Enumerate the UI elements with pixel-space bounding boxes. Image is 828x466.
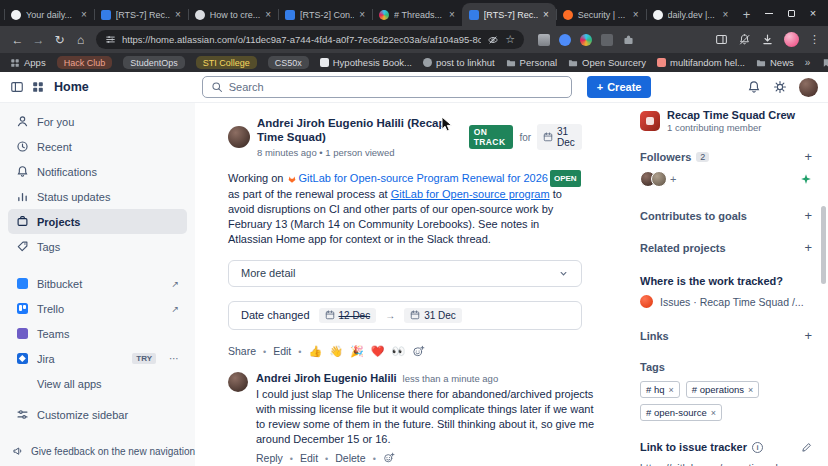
issue-tracker-url[interactable]: https://gitlab.com/recaptime-dev/squad/m… (640, 461, 780, 466)
downloads-icon[interactable] (761, 33, 774, 46)
work-tracked-link[interactable]: Issues · Recap Time Squad /... (640, 295, 812, 308)
feedback-link[interactable]: Give feedback on the new navigation (12, 445, 195, 457)
notifications-bell-icon[interactable] (747, 80, 761, 94)
browser-tab[interactable]: Your daily...× (4, 3, 94, 26)
reaction-heart[interactable]: ❤️ (371, 345, 385, 358)
delete-comment-button[interactable]: Delete (335, 452, 365, 464)
add-reaction-icon[interactable] (412, 345, 425, 358)
sidebar-item-tags[interactable]: Tags (8, 234, 187, 259)
team-row[interactable]: Recap Time Squad Crew 1 contributing mem… (640, 109, 812, 133)
reaction-wave[interactable]: 👋 (329, 345, 343, 358)
forward-button[interactable]: → (29, 30, 48, 49)
sidebar-item-trello[interactable]: Trello↗ (8, 296, 187, 321)
avatar[interactable] (228, 372, 248, 392)
global-search[interactable] (202, 76, 572, 98)
add-goal-button[interactable]: + (804, 209, 812, 222)
extension-icon[interactable] (580, 34, 592, 46)
reaction-thumbs-up[interactable]: 👍 (308, 345, 322, 358)
tracking-protection-icon[interactable] (487, 34, 499, 46)
bookmark-folder[interactable]: Personal (506, 57, 558, 68)
browser-tab[interactable]: daily.dev |...× (646, 3, 736, 26)
browser-tab[interactable]: [RTS-7] Rec...× (94, 3, 188, 26)
extension-icon[interactable] (601, 34, 613, 46)
sidebar-item-view-all-apps[interactable]: View all apps (8, 371, 187, 396)
all-bookmarks-button[interactable]: All Bookmarks (821, 57, 828, 68)
notifications-muted-icon[interactable] (738, 33, 751, 46)
avatar[interactable] (228, 126, 250, 148)
remove-tag-icon[interactable]: × (669, 385, 674, 395)
tab-close-icon[interactable]: × (175, 9, 181, 20)
remove-tag-icon[interactable]: × (748, 385, 753, 395)
home-button[interactable]: ⌂ (71, 30, 90, 49)
back-button[interactable]: ← (8, 30, 27, 49)
scrollbar-thumb[interactable] (821, 206, 826, 284)
apps-shortcut[interactable]: Apps (10, 57, 46, 68)
bookmark-item[interactable]: Hypothesis Book... (320, 57, 412, 68)
reaction-party[interactable]: 🎉 (350, 345, 364, 358)
sidebar-item-status-updates[interactable]: Status updates (8, 184, 187, 209)
user-avatar[interactable] (799, 78, 818, 97)
refresh-button[interactable]: ↻ (50, 30, 69, 49)
browser-tab-active[interactable]: [RTS-7] Rec...× (462, 3, 556, 26)
more-detail-toggle[interactable]: More detail (228, 260, 582, 287)
url-text[interactable]: https://home.atlassian.com/o/11dec9a7-a7… (122, 34, 481, 45)
sidebar-item-for-you[interactable]: For you (8, 109, 187, 134)
info-icon[interactable]: i (752, 442, 763, 453)
remove-tag-icon[interactable]: × (711, 408, 716, 418)
tab-group-chip[interactable]: Hack Club (57, 56, 113, 69)
address-bar[interactable]: https://home.atlassian.com/o/11dec9a7-a7… (96, 30, 524, 49)
browser-menu-icon[interactable]: ⋮ (809, 33, 820, 46)
reply-button[interactable]: Reply (256, 452, 283, 464)
edit-comment-button[interactable]: Edit (300, 452, 318, 464)
tab-close-icon[interactable]: × (543, 9, 549, 20)
tag-chip[interactable]: # open-source× (640, 404, 722, 421)
plus-icon[interactable]: + (670, 173, 676, 185)
inline-link-gitlab-program[interactable]: GitLab for Open-source program (391, 188, 550, 200)
browser-tab[interactable]: Security | ...× (556, 3, 646, 26)
tab-close-icon[interactable]: × (722, 9, 728, 20)
browser-tab[interactable]: [RTS-2] Con...× (278, 3, 372, 26)
tab-group-chip[interactable]: CS50x (268, 56, 309, 69)
close-window-button[interactable]: × (802, 0, 824, 26)
sidebar-toggle-icon[interactable] (10, 80, 24, 94)
tab-group-chip[interactable]: STI College (196, 56, 257, 69)
side-panel-icon[interactable] (715, 33, 728, 46)
search-input[interactable] (229, 81, 563, 93)
due-date-chip[interactable]: 31 Dec (537, 124, 582, 150)
bookmarks-overflow-icon[interactable]: » (805, 57, 811, 68)
bookmark-folder[interactable]: News (756, 57, 794, 68)
bookmark-star-icon[interactable]: ☆ (505, 34, 515, 45)
sidebar-item-recent[interactable]: Recent (8, 134, 187, 159)
tag-chip[interactable]: # hq× (640, 381, 680, 398)
settings-gear-icon[interactable] (773, 80, 787, 94)
bookmark-item[interactable]: post to linkhut (423, 57, 495, 68)
browser-tab[interactable]: How to cre...× (188, 3, 278, 26)
add-follower-button[interactable]: + (804, 150, 812, 163)
new-tab-button[interactable]: + (735, 3, 758, 26)
sidebar-item-teams[interactable]: Teams (8, 321, 187, 346)
minimize-button[interactable] (758, 0, 780, 26)
tab-close-icon[interactable]: × (449, 9, 455, 20)
share-button[interactable]: Share (228, 345, 256, 357)
add-link-button[interactable]: + (804, 329, 812, 342)
bookmark-folder[interactable]: Open Sourcery (568, 57, 646, 68)
bookmark-item[interactable]: multifandom hel... (657, 57, 745, 68)
tab-close-icon[interactable]: × (359, 9, 365, 20)
tab-group-chip[interactable]: StudentOps (123, 56, 185, 69)
browser-tab[interactable]: # Threads...× (372, 3, 462, 26)
tab-close-icon[interactable]: × (265, 9, 271, 20)
app-switcher-icon[interactable] (31, 80, 45, 94)
tab-close-icon[interactable]: × (633, 9, 639, 20)
browser-profile-avatar[interactable] (784, 32, 799, 47)
tab-close-icon[interactable]: × (81, 9, 87, 20)
extension-icon[interactable] (559, 34, 571, 46)
extensions-puzzle-icon[interactable] (622, 33, 635, 46)
reaction-eyes[interactable]: 👀 (391, 345, 405, 358)
edit-button[interactable]: Edit (273, 345, 291, 357)
extension-icon[interactable] (538, 34, 550, 46)
sidebar-item-notifications[interactable]: Notifications (8, 159, 187, 184)
more-options-icon[interactable]: ⋯ (169, 353, 179, 364)
site-settings-icon[interactable] (105, 34, 116, 45)
sidebar-item-projects[interactable]: Projects (8, 209, 187, 234)
avatar[interactable] (651, 171, 667, 187)
